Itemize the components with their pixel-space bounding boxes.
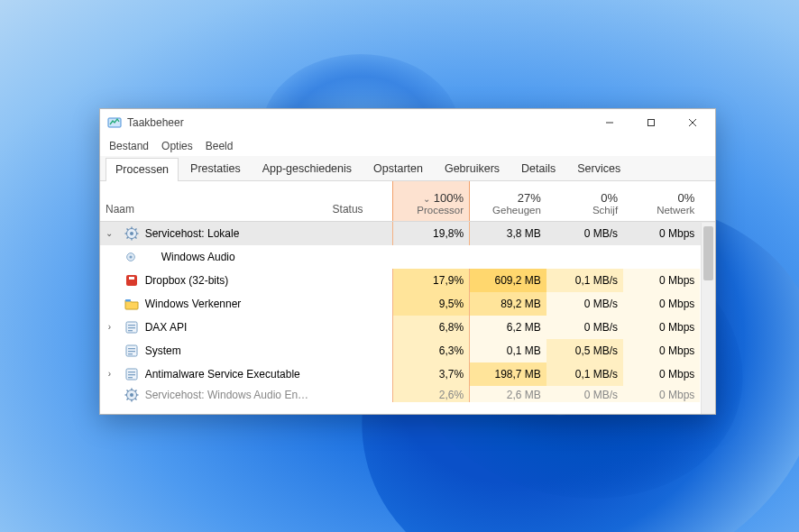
svg-line-41 <box>126 398 128 399</box>
process-memory <box>470 245 546 269</box>
processor-label: Processor <box>399 205 464 216</box>
process-disk: 0 MB/s <box>546 221 623 245</box>
column-header-processor[interactable]: ⌄100% Processor <box>392 181 469 221</box>
gear-icon <box>124 226 139 241</box>
expand-toggle[interactable]: ⌄ <box>100 221 119 245</box>
process-child-row[interactable]: Windows Audio <box>100 245 715 269</box>
process-cpu: 19,8% <box>392 221 469 245</box>
column-header-memory[interactable]: 27% Geheugen <box>470 181 546 221</box>
disk-pct: 0% <box>552 191 618 205</box>
process-row[interactable]: Dropbox (32-bits)17,9%609,2 MB0,1 MB/s0 … <box>100 269 715 292</box>
process-network <box>623 245 700 269</box>
process-name: DAX API <box>140 316 327 339</box>
expand-toggle <box>100 386 119 402</box>
expand-toggle[interactable]: › <box>100 362 119 386</box>
column-header-name[interactable]: Naam <box>100 181 327 221</box>
expand-toggle <box>100 269 119 292</box>
column-header-network[interactable]: 0% Netwerk <box>623 181 700 221</box>
process-network: 0 Mbps <box>623 386 700 402</box>
process-icon <box>119 339 140 362</box>
process-row[interactable]: Servicehost: Windows Audio En…2,6%2,6 MB… <box>100 386 715 402</box>
dropbox-icon <box>124 273 139 288</box>
process-name: Antimalware Service Executable <box>140 362 327 386</box>
process-status <box>327 362 393 386</box>
expand-toggle <box>100 245 119 269</box>
process-cpu: 17,9% <box>392 269 469 292</box>
svg-rect-2 <box>648 120 655 126</box>
column-status-label: Status <box>333 203 363 216</box>
app-icon <box>124 344 139 358</box>
process-cpu: 3,7% <box>392 362 469 386</box>
process-icon <box>119 269 140 292</box>
process-memory: 0,1 MB <box>470 339 546 362</box>
tab-details[interactable]: Details <box>511 157 565 180</box>
process-row[interactable]: ›DAX API6,8%6,2 MB0 MB/s0 Mbps <box>100 316 715 339</box>
tab-app-history[interactable]: App-geschiedenis <box>253 157 362 180</box>
svg-rect-22 <box>128 327 135 328</box>
process-cpu: 2,6% <box>392 386 469 402</box>
svg-rect-19 <box>125 299 131 302</box>
close-button[interactable] <box>672 109 713 136</box>
svg-line-13 <box>134 228 136 230</box>
process-row[interactable]: System6,3%0,1 MB0,5 MB/s0 Mbps <box>100 339 715 362</box>
tab-performance[interactable]: Prestaties <box>180 157 251 180</box>
process-memory: 198,7 MB <box>470 362 546 386</box>
tab-startup[interactable]: Opstarten <box>363 157 433 180</box>
process-cpu: 9,5% <box>392 292 469 316</box>
process-cpu: 6,8% <box>392 316 469 339</box>
process-memory: 3,8 MB <box>470 221 546 245</box>
tab-processes[interactable]: Processen <box>106 158 179 181</box>
process-table-container: Naam Status ⌄100% Processor 27% Geheugen <box>100 181 715 414</box>
process-status <box>327 386 393 402</box>
app-icon <box>124 367 139 381</box>
app-icon <box>124 320 139 335</box>
menu-file[interactable]: Bestand <box>109 140 149 152</box>
tab-users[interactable]: Gebruikers <box>435 157 510 180</box>
titlebar[interactable]: Taakbeheer <box>100 109 715 136</box>
process-name: Windows Audio <box>140 245 327 269</box>
scrollbar-thumb[interactable] <box>703 226 713 280</box>
svg-line-39 <box>134 398 136 399</box>
process-status <box>327 316 393 339</box>
svg-rect-18 <box>129 277 134 280</box>
svg-line-11 <box>126 228 128 230</box>
app-icon <box>107 115 122 130</box>
process-cpu: 6,3% <box>392 339 469 362</box>
process-network: 0 Mbps <box>623 316 700 339</box>
svg-point-16 <box>129 255 132 258</box>
process-disk: 0 MB/s <box>546 316 623 339</box>
svg-rect-29 <box>128 371 135 372</box>
expand-toggle <box>100 292 119 316</box>
vertical-scrollbar[interactable] <box>701 223 715 414</box>
process-name: Windows Verkenner <box>140 292 327 316</box>
process-row[interactable]: ›Antimalware Service Executable3,7%198,7… <box>100 362 715 386</box>
svg-line-12 <box>134 236 136 238</box>
service-icon <box>124 251 137 263</box>
expand-toggle[interactable]: › <box>100 316 119 339</box>
menu-options[interactable]: Opties <box>161 140 193 152</box>
svg-point-33 <box>130 393 133 397</box>
column-name-label: Naam <box>106 203 134 216</box>
sort-chevron-down-icon: ⌄ <box>423 194 430 204</box>
process-status <box>327 269 393 292</box>
column-header-status[interactable]: Status <box>327 181 393 221</box>
svg-line-14 <box>126 236 128 238</box>
minimize-button[interactable] <box>589 109 630 136</box>
process-table: Naam Status ⌄100% Processor 27% Geheugen <box>100 181 715 402</box>
column-header-disk[interactable]: 0% Schijf <box>546 181 623 221</box>
tab-services[interactable]: Services <box>567 157 630 180</box>
process-memory: 609,2 MB <box>470 269 546 292</box>
process-row[interactable]: ⌄Servicehost: Lokale19,8%3,8 MB0 MB/s0 M… <box>100 221 715 245</box>
menubar: Bestand Opties Beeld <box>100 136 715 156</box>
process-disk <box>546 245 623 269</box>
svg-rect-21 <box>128 325 135 326</box>
process-row[interactable]: Windows Verkenner9,5%89,2 MB0 MB/s0 Mbps <box>100 292 715 316</box>
process-icon <box>119 386 140 402</box>
network-label: Netwerk <box>629 205 694 216</box>
menu-view[interactable]: Beeld <box>206 140 234 152</box>
maximize-button[interactable] <box>630 109 672 136</box>
svg-line-38 <box>126 390 128 391</box>
process-memory: 6,2 MB <box>470 316 546 339</box>
process-name: Servicehost: Lokale <box>140 221 327 245</box>
process-icon <box>119 221 140 245</box>
